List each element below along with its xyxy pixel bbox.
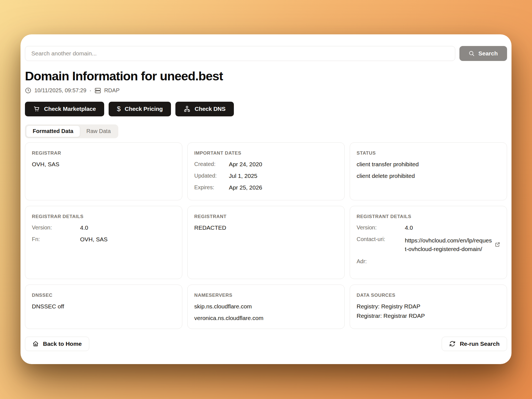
check-marketplace-button[interactable]: Check Marketplace [25,102,104,116]
registrant-value: REDACTED [194,224,338,231]
dnssec-value: DNSSEC off [32,303,175,310]
registrant-card-label: REGISTRANT [194,214,338,219]
fn-value: OVH, SAS [80,236,108,243]
rerun-search-label: Re-run Search [460,341,500,347]
version-value: 4.0 [80,224,88,231]
data-sources-card: DATA SOURCES Registry: Registry RDAP Reg… [350,285,507,329]
tab-formatted-data[interactable]: Formatted Data [26,126,80,137]
updated-value: Jul 1, 2025 [229,173,257,179]
created-date-row: Created: Apr 24, 2020 [194,161,338,168]
cart-icon [33,106,40,112]
registrar-details-card-label: REGISTRAR DETAILS [32,214,175,219]
info-grid: REGISTRAR OVH, SAS IMPORTANT DATES Creat… [25,142,507,329]
search-button[interactable]: Search [459,46,507,61]
search-bar: Search [25,46,507,61]
created-key: Created: [194,161,229,167]
nameserver-item: skip.ns.cloudflare.com [194,303,338,310]
registrant-version-row: Version: 4.0 [357,224,500,231]
external-link-icon[interactable] [495,242,500,247]
check-marketplace-label: Check Marketplace [44,106,96,112]
expires-value: Apr 25, 2026 [229,184,262,191]
back-to-home-button[interactable]: Back to Home [25,337,89,351]
data-sources-card-label: DATA SOURCES [357,293,500,298]
lookup-meta: 10/11/2025, 09:57:29 · RDAP [25,87,507,94]
registrant-card: REGISTRANT REDACTED [187,206,345,279]
updated-date-row: Updated: Jul 1, 2025 [194,173,338,179]
registrant-version-value: 4.0 [405,224,413,231]
registrar-card-label: REGISTRAR [32,150,175,156]
status-card-label: STATUS [357,150,500,156]
tab-raw-label: Raw Data [86,128,111,134]
protocol-label: RDAP [104,87,120,94]
nameserver-item: veronica.ns.cloudflare.com [194,315,338,321]
tab-raw-data[interactable]: Raw Data [80,126,117,137]
fn-key: Fn: [32,236,80,242]
check-pricing-label: Check Pricing [125,106,163,112]
page-title: Domain Information for uneed.best [25,69,507,83]
nameservers-card-label: NAMESERVERS [194,293,338,298]
registrant-details-card: REGISTRANT DETAILS Version: 4.0 Contact-… [350,206,507,279]
registrar-fn-row: Fn: OVH, SAS [32,236,175,243]
registrar-value: OVH, SAS [32,161,175,168]
server-icon [94,87,101,94]
meta-separator: · [89,88,91,94]
back-to-home-label: Back to Home [43,341,82,347]
nameservers-card: NAMESERVERS skip.ns.cloudflare.com veron… [187,285,345,329]
important-dates-card-label: IMPORTANT DATES [194,150,338,156]
check-dns-button[interactable]: Check DNS [175,102,234,116]
status-card: STATUS client transfer prohibited client… [350,142,507,200]
registrant-version-key: Version: [357,224,405,231]
check-pricing-button[interactable]: $ Check Pricing [109,102,171,116]
registrant-details-card-label: REGISTRANT DETAILS [357,214,500,219]
search-button-label: Search [478,50,498,57]
action-buttons: Check Marketplace $ Check Pricing Check … [25,102,507,116]
tab-formatted-label: Formatted Data [33,128,73,134]
version-key: Version: [32,224,80,231]
expires-key: Expires: [194,184,229,191]
status-line: client delete prohibited [357,173,500,179]
registrar-card: REGISTRAR OVH, SAS [25,142,182,200]
home-icon [32,341,39,347]
created-value: Apr 24, 2020 [229,161,262,168]
adr-row: Adr: [357,258,500,265]
footer: Back to Home Re-run Search [25,337,507,351]
data-source-line: Registry: Registry RDAP [357,303,500,310]
contact-uri-key: Contact-uri: [357,236,405,242]
network-icon [184,106,190,112]
clock-icon [25,87,31,94]
domain-info-panel: Search Domain Information for uneed.best… [21,34,511,364]
updated-key: Updated: [194,173,229,179]
lookup-timestamp: 10/11/2025, 09:57:29 [34,87,86,94]
dnssec-card-label: DNSSEC [32,293,175,298]
important-dates-card: IMPORTANT DATES Created: Apr 24, 2020 Up… [187,142,345,200]
contact-uri-row: Contact-uri: https://ovhcloud.com/en/lp/… [357,236,500,253]
search-icon [469,50,475,57]
registrar-details-card: REGISTRAR DETAILS Version: 4.0 Fn: OVH, … [25,206,182,279]
refresh-icon [449,341,456,347]
registrar-version-row: Version: 4.0 [32,224,175,231]
rerun-search-button[interactable]: Re-run Search [442,337,507,351]
check-dns-label: Check DNS [195,106,225,112]
adr-key: Adr: [357,258,405,265]
data-view-tabs: Formatted Data Raw Data [25,124,118,138]
search-input[interactable] [25,46,455,61]
contact-uri-value[interactable]: https://ovhcloud.com/en/lp/request-ovhcl… [405,236,493,253]
status-line: client transfer prohibited [357,161,500,168]
dollar-icon: $ [117,106,121,112]
expires-date-row: Expires: Apr 25, 2026 [194,184,338,191]
dnssec-card: DNSSEC DNSSEC off [25,285,182,329]
data-source-line: Registrar: Registrar RDAP [357,313,500,319]
